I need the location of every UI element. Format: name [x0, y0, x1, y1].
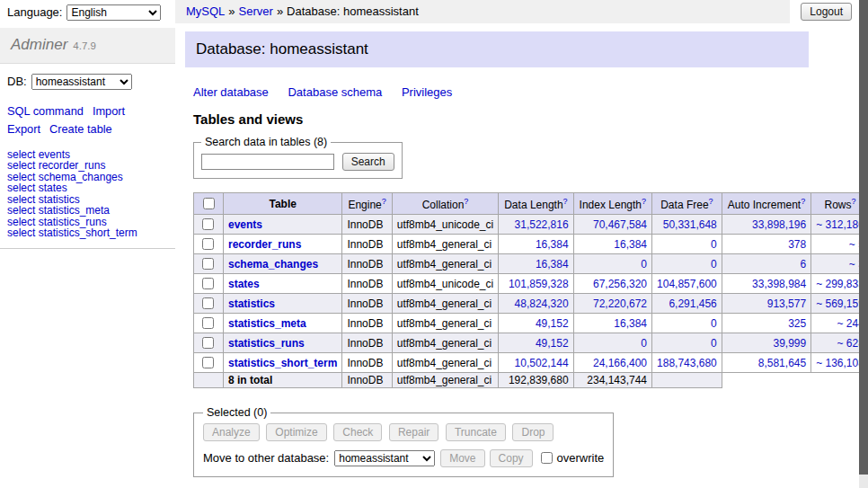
cell-auto-increment: 33,898,196 [722, 215, 810, 235]
hint-icon[interactable]: ? [852, 197, 856, 206]
cell-data-free: 0 [652, 254, 722, 274]
total-data-length: 192,839,680 [499, 373, 573, 388]
tables-overview-table: Table Engine? Collation? Data Length? In… [193, 192, 868, 388]
cell-data-length: 49,152 [499, 314, 573, 333]
move-button[interactable]: Move [440, 449, 484, 467]
sidebar-table-link[interactable]: select statistics_short_term [7, 227, 168, 239]
hint-icon[interactable]: ? [709, 197, 713, 206]
column-header-collation: Collation? [392, 193, 498, 215]
row-checkbox[interactable] [202, 258, 214, 270]
cell-engine: InnoDB [342, 333, 392, 353]
logout-button[interactable]: Logout [801, 3, 852, 21]
breadcrumb-link-mysql[interactable]: MySQL [186, 4, 225, 18]
hint-icon[interactable]: ? [642, 197, 646, 206]
sidebar: Language:English Adminer4.7.9 DB:homeass… [0, 0, 175, 488]
cell-data-length: 31,522,816 [499, 215, 573, 235]
analyze-button[interactable]: Analyze [203, 423, 260, 441]
table-link[interactable]: events [228, 218, 262, 231]
sidebar-link-export[interactable]: Export [7, 122, 40, 136]
sidebar-table-link[interactable]: select statistics_meta [7, 205, 168, 217]
search-input[interactable] [201, 154, 334, 170]
copy-button[interactable]: Copy [490, 449, 533, 467]
page-title: Database: homeassistant [185, 31, 809, 67]
cell-engine: InnoDB [342, 294, 392, 314]
cell-collation: utf8mb4_general_ci [392, 333, 498, 353]
table-row: statistics_meta InnoDB utf8mb4_general_c… [194, 314, 868, 333]
top-row: MySQL»Server»Database: homeassistant Log… [175, 0, 859, 23]
cell-auto-increment: 39,999 [722, 333, 810, 353]
main-content: MySQL»Server»Database: homeassistant Log… [175, 0, 859, 488]
cell-auto-increment: 8,581,645 [722, 353, 810, 373]
row-checkbox[interactable] [202, 297, 214, 309]
table-link[interactable]: statistics_runs [228, 337, 305, 350]
table-row: events InnoDB utf8mb4_unicode_ci 31,522,… [194, 215, 868, 235]
cell-auto-increment: 325 [722, 314, 810, 333]
optimize-button[interactable]: Optimize [266, 423, 326, 441]
db-select[interactable]: homeassistant [31, 74, 132, 90]
truncate-button[interactable]: Truncate [446, 423, 506, 441]
section-title-tables: Tables and views [193, 111, 814, 127]
nav-link-database-schema[interactable]: Database schema [288, 85, 382, 99]
check-button[interactable]: Check [333, 423, 382, 441]
move-db-select[interactable]: homeassistant [334, 450, 435, 466]
sidebar-links: SQL commandImport ExportCreate table [0, 92, 175, 138]
row-checkbox[interactable] [202, 218, 214, 230]
cell-data-length: 49,152 [499, 333, 573, 353]
column-header-engine: Engine? [342, 193, 392, 215]
sidebar-table-link[interactable]: select states [7, 182, 168, 194]
table-link[interactable]: states [228, 278, 260, 290]
cell-data-free: 188,743,680 [652, 353, 722, 373]
cell-collation: utf8mb4_general_ci [392, 235, 498, 254]
cell-index-length: 16,384 [573, 314, 651, 333]
column-header-index-length: Index Length? [573, 193, 651, 215]
content-area: Database: homeassistant Alter database D… [193, 31, 814, 488]
hint-icon[interactable]: ? [382, 197, 386, 206]
table-link[interactable]: statistics_short_term [228, 357, 337, 369]
db-label: DB: [7, 75, 27, 88]
hint-icon[interactable]: ? [563, 197, 568, 206]
language-label: Language: [7, 5, 62, 19]
sidebar-link-create-table[interactable]: Create table [49, 122, 112, 136]
sidebar-table-link[interactable]: select recorder_runs [7, 160, 168, 172]
breadcrumb-link-server[interactable]: Server [239, 4, 273, 18]
nav-link-privileges[interactable]: Privileges [402, 85, 452, 99]
select-all-checkbox[interactable] [203, 198, 215, 209]
drop-button[interactable]: Drop [512, 423, 554, 441]
logout-area: Logout [790, 0, 859, 21]
hint-icon[interactable]: ? [801, 197, 805, 206]
scrollbar[interactable] [859, 0, 868, 488]
table-row: statistics_runs InnoDB utf8mb4_general_c… [194, 333, 868, 353]
cell-data-free: 6,291,456 [652, 294, 722, 314]
nav-link-alter-database[interactable]: Alter database [193, 85, 269, 99]
total-index-length: 234,143,744 [573, 373, 651, 388]
move-row: Move to other database:homeassistantMove… [203, 449, 604, 467]
sidebar-table-list: select events select recorder_runs selec… [0, 147, 175, 249]
table-link[interactable]: statistics_meta [228, 317, 306, 330]
row-checkbox[interactable] [202, 278, 214, 289]
sidebar-link-sql-command[interactable]: SQL command [7, 104, 84, 118]
cell-index-length: 0 [573, 254, 651, 274]
row-checkbox[interactable] [202, 238, 214, 250]
language-select[interactable]: English [66, 4, 161, 21]
hint-icon[interactable]: ? [464, 197, 468, 206]
table-header-row: Table Engine? Collation? Data Length? In… [194, 193, 868, 215]
table-link[interactable]: schema_changes [228, 258, 318, 271]
selected-fieldset: Selected (0) Analyze Optimize Check Repa… [193, 406, 614, 477]
table-row: statistics_short_term InnoDB utf8mb4_gen… [194, 353, 868, 373]
table-link[interactable]: statistics [228, 297, 275, 310]
repair-button[interactable]: Repair [389, 423, 438, 441]
row-checkbox[interactable] [202, 317, 214, 329]
overwrite-label[interactable]: overwrite [557, 451, 605, 465]
row-checkbox[interactable] [202, 337, 214, 349]
overwrite-checkbox[interactable] [541, 452, 553, 464]
cell-collation: utf8mb4_general_ci [392, 254, 498, 274]
cell-index-length: 0 [573, 333, 651, 353]
scrollbar-thumb[interactable] [859, 0, 868, 475]
db-selector-row: DB:homeassistant [0, 64, 175, 92]
table-link[interactable]: recorder_runs [228, 238, 301, 251]
breadcrumb-current: Database: homeassistant [287, 4, 419, 18]
sidebar-link-import[interactable]: Import [93, 104, 125, 118]
cell-data-free: 104,857,600 [652, 274, 722, 294]
row-checkbox[interactable] [202, 357, 214, 368]
search-button[interactable]: Search [342, 153, 394, 171]
